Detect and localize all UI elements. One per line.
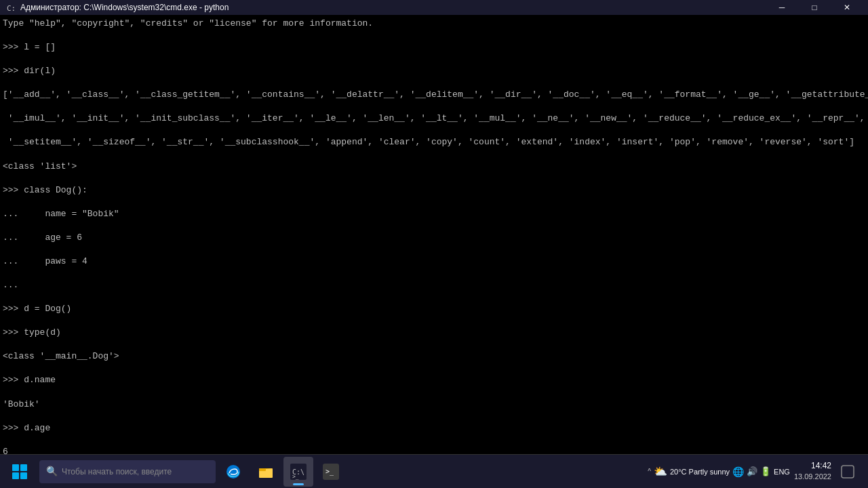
search-icon: 🔍 [46,466,58,477]
terminal-line: ... paws = 4 [3,256,865,268]
language-label: ENG [774,468,790,476]
svg-text:>_: >_ [326,468,334,476]
search-label: Чтобы начать поиск, введите [62,467,172,476]
date-text: 13.09.2022 [794,472,831,482]
maximize-button[interactable]: □ [799,0,830,15]
terminal-line: >>> dir(l) [3,65,865,77]
tray-expand-icon[interactable]: ^ [648,468,651,475]
titlebar: C:\ Администратор: C:\Windows\system32\c… [0,0,868,15]
taskbar-app-cmd[interactable]: C:\ >_ [283,457,313,487]
terminal-line: ... [3,279,865,291]
search-bar[interactable]: 🔍 Чтобы начать поиск, введите [39,460,216,483]
terminal-line: '__setitem__', '__sizeof__', '__str__', … [3,136,865,148]
terminal-output[interactable]: Type "help", "copyright", "credits" or "… [0,15,868,454]
svg-rect-4 [259,468,266,471]
notifications-button[interactable] [835,460,860,484]
taskbar-app-edge[interactable] [218,457,248,487]
terminal-line: >>> type(d) [3,327,865,339]
taskbar: 🔍 Чтобы начать поиск, введите C:\ >_ >_ [0,454,868,488]
terminal-line: >>> d.age [3,422,865,434]
close-button[interactable]: ✕ [831,0,863,15]
titlebar-left: C:\ Администратор: C:\Windows\system32\c… [5,2,229,13]
weather-icon: ⛅ [654,465,667,478]
system-tray-icons: ^ ⛅ 20°C Partly sunny 🌐 🔊 🔋 ENG [648,465,790,478]
titlebar-controls: ─ □ ✕ [766,0,863,15]
speaker-icon: 🔊 [747,466,757,476]
terminal-line: Type "help", "copyright", "credits" or "… [3,18,865,30]
terminal-line: <class 'list'> [3,161,865,173]
start-button[interactable] [3,457,37,487]
network-icon: 🌐 [732,466,744,477]
terminal-line: >>> l = [] [3,41,865,54]
terminal-line: ['__add__', '__class__', '__class_getite… [3,89,865,101]
time-text: 14:42 [794,460,831,472]
minimize-button[interactable]: ─ [766,0,797,15]
taskbar-right: ^ ⛅ 20°C Partly sunny 🌐 🔊 🔋 ENG 14:42 13… [648,460,865,484]
svg-text:C:\: C:\ [7,4,16,13]
terminal-line: >>> d.name [3,374,865,386]
terminal-line: >>> d = Dog() [3,303,865,315]
clock-display[interactable]: 14:42 13.09.2022 [794,460,831,482]
weather-label: 20°C Partly sunny [670,468,730,476]
windows-logo-icon [12,464,27,479]
taskbar-app-terminal[interactable]: >_ [316,457,346,487]
terminal-line: >>> class Dog(): [3,184,865,197]
terminal-line: 6 [3,446,865,454]
terminal-line: '__imul__', '__init__', '__init_subclass… [3,113,865,125]
terminal-icon: C:\ [5,2,16,13]
svg-rect-10 [842,466,854,478]
terminal-line: ... name = "Bobik" [3,208,865,220]
titlebar-title: Администратор: C:\Windows\system32\cmd.e… [20,3,229,12]
taskbar-app-files[interactable] [251,457,281,487]
battery-icon: 🔋 [760,466,771,476]
terminal-line: <class '__main__.Dog'> [3,350,865,363]
terminal-line: ... age = 6 [3,232,865,244]
terminal-line: 'Bobik' [3,399,865,411]
svg-text:>_: >_ [292,474,299,480]
